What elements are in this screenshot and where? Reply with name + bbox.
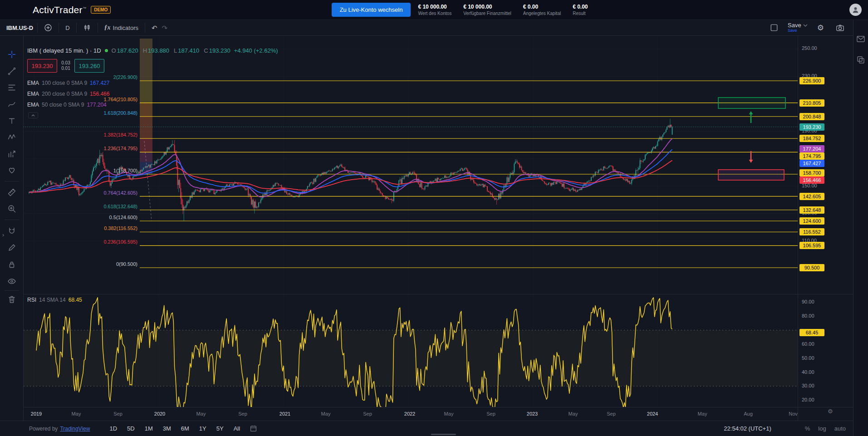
indicator-name: EMA xyxy=(27,80,39,86)
indicator-row[interactable]: EMA50 close 0 SMA 9177.204 xyxy=(27,99,109,110)
rsi-badge: 68.45 xyxy=(799,329,824,336)
auto-button[interactable]: auto xyxy=(834,425,846,432)
rsi-axis-label: 20.00 xyxy=(802,397,814,402)
time-axis-label: May xyxy=(321,411,331,416)
ema-200-line[interactable] xyxy=(29,160,672,192)
brush-tool-button[interactable] xyxy=(5,98,19,111)
indicator-legend: EMA100 close 0 SMA 9167.427EMA200 close … xyxy=(27,78,109,110)
range-button-5d[interactable]: 5D xyxy=(124,424,138,433)
range-button-5y[interactable]: 5Y xyxy=(213,424,227,433)
compare-button[interactable] xyxy=(42,22,54,33)
account-stats: € 10 000.00Wert des Kontos€ 10 000.00Ver… xyxy=(418,4,588,16)
stop-box-red[interactable] xyxy=(718,170,784,180)
price-badge: 116.552 xyxy=(799,228,824,235)
time-axis-label: Aug xyxy=(744,411,753,416)
legend-title[interactable]: IBM ( delayed 15 min. ) · 1D xyxy=(27,47,101,54)
fib-retracement-tool-button[interactable] xyxy=(5,81,19,94)
widgets-button[interactable] xyxy=(856,55,865,64)
xabcd-pattern-tool-button[interactable] xyxy=(5,130,19,144)
price-badge: 184.752 xyxy=(799,135,824,142)
zoom-in-tool-button[interactable] xyxy=(5,202,19,216)
indicator-params: 50 close 0 SMA 9 xyxy=(42,102,84,108)
chart-type-button[interactable] xyxy=(81,22,93,33)
range-button-all[interactable]: All xyxy=(230,424,243,433)
rsi-axis-label: 90.00 xyxy=(802,299,814,304)
stat-value: € 0.00 xyxy=(573,4,588,10)
rail-collapse-button[interactable]: › xyxy=(0,229,6,241)
avatar[interactable] xyxy=(849,4,862,16)
price-badge: 124.600 xyxy=(799,217,824,225)
rail-separator xyxy=(5,181,19,181)
log-button[interactable]: log xyxy=(818,425,826,432)
redo-button[interactable]: ↷ xyxy=(160,23,170,33)
range-button-6m[interactable]: 6M xyxy=(178,424,192,433)
target-box-green[interactable] xyxy=(718,98,785,108)
indicator-value: 167.427 xyxy=(90,80,109,86)
buy-button[interactable]: 193.260 xyxy=(74,59,104,73)
range-button-1m[interactable]: 1M xyxy=(142,424,156,433)
rsi-chart-canvas[interactable] xyxy=(24,294,798,407)
forecast-tool-button[interactable] xyxy=(5,147,19,161)
camera-icon xyxy=(836,24,844,32)
text-tool-button[interactable] xyxy=(5,114,19,127)
rsi-axis-label: 50.00 xyxy=(802,355,814,361)
symbol-button[interactable]: IBM.US-D xyxy=(6,24,33,31)
trend-line-tool-button[interactable] xyxy=(5,64,19,78)
interval-button[interactable]: D xyxy=(63,23,72,33)
crosshair-icon xyxy=(7,50,16,59)
time-axis[interactable]: 2019MaySep2020MaySep2021MaySep2022MaySep… xyxy=(24,407,798,421)
time-axis-label: Sep xyxy=(113,411,123,416)
widgets-icon xyxy=(856,55,865,64)
resize-handle[interactable] xyxy=(431,434,456,435)
indicator-params: 100 close 0 SMA 9 xyxy=(42,80,87,86)
magnet-tool-button[interactable] xyxy=(5,224,19,238)
clock-label[interactable]: 22:54:02 (UTC+1) xyxy=(724,425,771,432)
rsi-legend[interactable]: RSI 14 SMA 14 68.45 xyxy=(27,297,82,303)
time-axis-label: May xyxy=(569,411,578,416)
collapse-indicators-button[interactable] xyxy=(28,112,38,118)
indicator-row[interactable]: EMA200 close 0 SMA 9156.466 xyxy=(27,88,109,99)
ohlc-value: 187.620 xyxy=(117,47,138,54)
drawing-tools-rail xyxy=(0,36,24,421)
ema-50-line[interactable] xyxy=(29,138,672,197)
time-axis-label: Sep xyxy=(363,411,372,416)
ohlc-label: C xyxy=(204,47,208,54)
main-chart-canvas[interactable] xyxy=(24,36,798,294)
range-button-3m[interactable]: 3M xyxy=(160,424,174,433)
hide-drawings-tool-button[interactable] xyxy=(5,274,19,288)
app-logo: ActivTrader™ xyxy=(33,5,86,15)
chart-toolbar: IBM.US-D D ƒx Indicators ↶ ↷ xyxy=(0,20,853,36)
snapshot-button[interactable] xyxy=(834,22,847,34)
tradingview-link[interactable]: TradingView xyxy=(60,426,90,432)
indicator-row[interactable]: EMA100 close 0 SMA 9167.427 xyxy=(27,78,109,88)
switch-to-live-account-button[interactable]: Zu Live-Konto wechseln xyxy=(332,3,411,17)
chart-settings-button[interactable]: ⚙ xyxy=(815,23,826,33)
time-axis-label: Nov xyxy=(789,411,798,416)
lock-drawings-tool-button[interactable] xyxy=(5,258,19,271)
scales-settings-icon[interactable]: ⚙ xyxy=(828,408,833,415)
zoom-in-icon xyxy=(7,204,16,213)
time-axis-label: May xyxy=(444,411,454,416)
mail-icon xyxy=(856,34,865,44)
time-axis-label: May xyxy=(698,411,707,416)
measure-tool-button[interactable] xyxy=(5,186,19,199)
layout-select-button[interactable] xyxy=(768,22,780,33)
emoji-tool-button[interactable] xyxy=(5,163,19,177)
remove-drawings-tool-button[interactable] xyxy=(5,293,19,306)
crosshair-tool-button[interactable] xyxy=(5,48,19,61)
indicators-button[interactable]: ƒx Indicators xyxy=(102,23,141,33)
price-axis-border xyxy=(798,36,798,421)
pane-divider[interactable] xyxy=(24,294,853,294)
range-button-1y[interactable]: 1Y xyxy=(196,424,210,433)
range-button-1d[interactable]: 1D xyxy=(106,424,120,433)
percent-button[interactable]: % xyxy=(805,425,810,432)
drawing-mode-tool-button[interactable] xyxy=(5,241,19,255)
sell-button[interactable]: 193.230 xyxy=(27,59,57,73)
undo-button[interactable]: ↶ xyxy=(149,23,160,33)
date-range-buttons: 1D5D1M3M6M1Y5YAll xyxy=(106,424,243,433)
price-badge: 174.795 xyxy=(799,152,824,160)
fib-band xyxy=(140,103,152,117)
mail-button[interactable] xyxy=(856,34,865,44)
save-button[interactable]: Save Save xyxy=(788,23,808,33)
go-to-date-button[interactable] xyxy=(250,425,257,432)
